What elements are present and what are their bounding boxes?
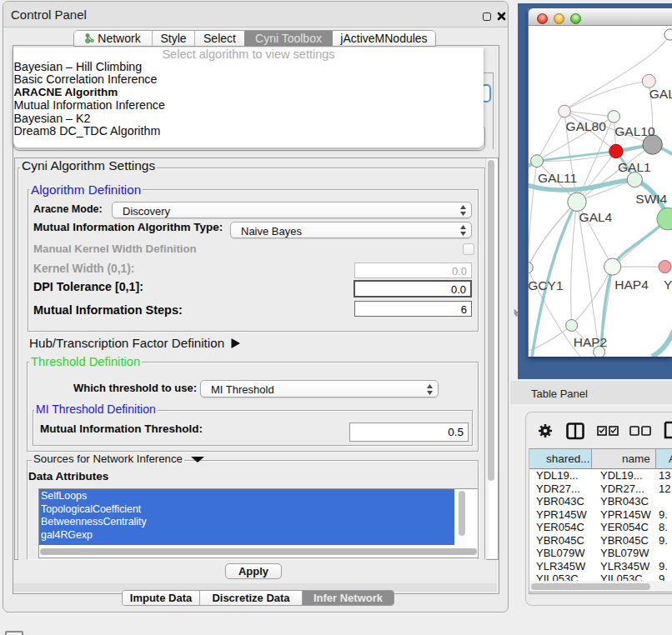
svg-text:HAP2: HAP2 xyxy=(574,335,608,349)
svg-text:GCY1: GCY1 xyxy=(529,278,564,292)
svg-text:GAL80: GAL80 xyxy=(566,119,607,133)
svg-text:SWI4: SWI4 xyxy=(635,192,667,206)
svg-text:HAP4: HAP4 xyxy=(614,278,649,292)
svg-text:GAL11: GAL11 xyxy=(538,171,577,185)
svg-text:GAL1: GAL1 xyxy=(618,160,651,174)
svg-text:Y: Y xyxy=(664,278,672,292)
svg-text:GAL10: GAL10 xyxy=(614,124,655,138)
svg-text:GAL7: GAL7 xyxy=(649,87,672,101)
svg-text:GAL4: GAL4 xyxy=(579,210,613,224)
